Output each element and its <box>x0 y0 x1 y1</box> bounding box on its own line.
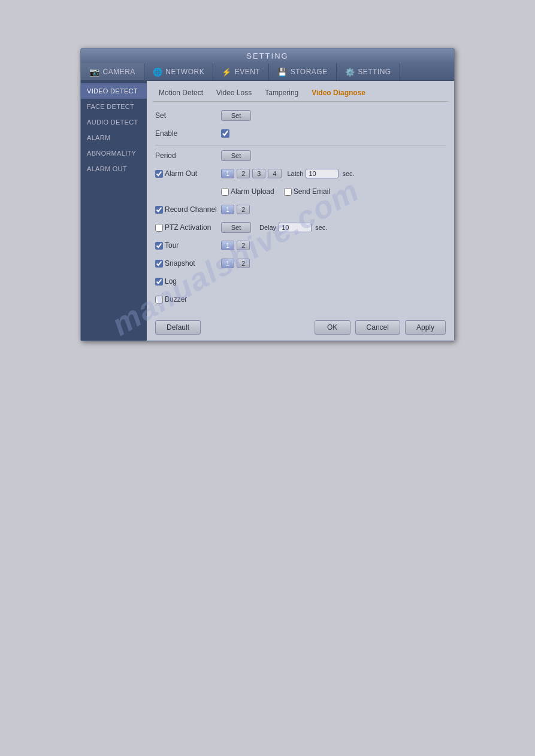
tour-checkbox[interactable] <box>155 242 163 250</box>
window-title: SETTING <box>246 51 288 60</box>
alarm-upload-checkbox[interactable] <box>221 188 229 196</box>
tour-ch1[interactable]: 1 <box>221 241 234 250</box>
nav-camera[interactable]: 📷 CAMERA <box>81 63 144 80</box>
latch-input[interactable] <box>306 169 338 178</box>
title-bar: SETTING <box>81 48 454 63</box>
nav-storage-label: STORAGE <box>291 68 328 76</box>
nav-setting[interactable]: ⚙️ SETTING <box>337 63 400 80</box>
footer-right: OK Cancel Apply <box>315 320 446 335</box>
alarm-out-ch1[interactable]: 1 <box>221 169 234 178</box>
tab-video-loss[interactable]: Video Loss <box>210 87 258 99</box>
apply-button[interactable]: Apply <box>405 320 446 335</box>
sidebar-item-alarm-out[interactable]: ALARM OUT <box>81 161 147 177</box>
setting-window: SETTING 📷 CAMERA 🌐 NETWORK ⚡ EVENT 💾 STO… <box>80 48 455 341</box>
enable-controls <box>221 129 229 138</box>
sidebar-item-alarm[interactable]: ALARM <box>81 130 147 145</box>
record-channel-label: Record Channel <box>155 205 221 214</box>
tour-label: Tour <box>155 241 221 250</box>
set-controls: Set <box>221 110 251 121</box>
snapshot-label: Snapshot <box>155 259 221 268</box>
tab-motion-detect[interactable]: Motion Detect <box>153 87 209 99</box>
enable-checkbox[interactable] <box>221 129 229 138</box>
log-checkbox-label[interactable]: Log <box>155 277 221 286</box>
nav-storage[interactable]: 💾 STORAGE <box>269 63 336 80</box>
set-button[interactable]: Set <box>221 110 251 121</box>
upload-email-row: Alarm Upload Send Email <box>155 185 446 198</box>
nav-bar: 📷 CAMERA 🌐 NETWORK ⚡ EVENT 💾 STORAGE ⚙️ … <box>81 63 454 81</box>
record-ch2[interactable]: 2 <box>237 205 250 214</box>
period-controls: Set <box>221 150 251 161</box>
set-row: Set Set <box>155 109 446 122</box>
log-row: Log <box>155 275 446 288</box>
alarm-out-controls: 1 2 3 4 Latch sec. <box>221 169 355 178</box>
default-button[interactable]: Default <box>155 320 201 335</box>
form-section: Set Set Enable <box>153 108 448 312</box>
snapshot-ch1[interactable]: 1 <box>221 259 234 268</box>
sidebar-face-detect-label: FACE DETECT <box>87 103 134 110</box>
ptz-row: PTZ Activation Set Delay sec. <box>155 221 446 234</box>
sidebar-item-video-detect[interactable]: VIDEO DETECT <box>81 83 147 99</box>
sidebar-abnormality-label: ABNORMALITY <box>87 150 136 157</box>
camera-icon: 📷 <box>89 67 100 77</box>
record-ch1[interactable]: 1 <box>221 205 234 214</box>
event-icon: ⚡ <box>222 68 232 77</box>
ptz-checkbox-label[interactable]: PTZ Activation <box>155 223 221 232</box>
nav-event[interactable]: ⚡ EVENT <box>213 63 269 80</box>
buzzer-checkbox[interactable] <box>155 296 163 303</box>
buzzer-row: Buzzer <box>155 293 446 306</box>
ptz-set-button[interactable]: Set <box>221 222 251 233</box>
main-panel: Motion Detect Video Loss Tampering Video… <box>147 81 454 341</box>
nav-network[interactable]: 🌐 NETWORK <box>144 63 213 80</box>
alarm-out-label: Alarm Out <box>155 169 221 178</box>
tab-tampering[interactable]: Tampering <box>259 87 304 99</box>
alarm-out-ch2[interactable]: 2 <box>237 169 250 178</box>
alarm-out-row: Alarm Out 1 2 3 4 Latch sec. <box>155 167 446 180</box>
delay-label: Delay <box>259 224 276 231</box>
cancel-button[interactable]: Cancel <box>355 320 400 335</box>
period-label: Period <box>155 151 221 160</box>
tour-checkbox-label[interactable]: Tour <box>155 241 221 250</box>
ok-button[interactable]: OK <box>315 320 350 335</box>
alarm-out-checkbox[interactable] <box>155 170 163 178</box>
sidebar-alarm-label: ALARM <box>87 134 110 141</box>
buzzer-checkbox-label[interactable]: Buzzer <box>155 295 221 303</box>
alarm-out-ch4[interactable]: 4 <box>268 169 281 178</box>
network-icon: 🌐 <box>153 68 163 77</box>
set-label: Set <box>155 111 221 120</box>
divider-1 <box>155 145 446 145</box>
ptz-checkbox[interactable] <box>155 224 163 232</box>
alarm-out-ch3[interactable]: 3 <box>252 169 265 178</box>
tour-row: Tour 1 2 <box>155 239 446 252</box>
sidebar-item-face-detect[interactable]: FACE DETECT <box>81 99 147 114</box>
log-checkbox[interactable] <box>155 278 163 286</box>
setting-nav-icon: ⚙️ <box>345 68 355 77</box>
sidebar-alarm-out-label: ALARM OUT <box>87 165 127 172</box>
tour-controls: 1 2 <box>221 241 250 250</box>
alarm-upload-label[interactable]: Alarm Upload <box>221 187 274 196</box>
record-channel-controls: 1 2 <box>221 205 250 214</box>
send-email-checkbox[interactable] <box>284 188 292 196</box>
period-set-button[interactable]: Set <box>221 150 251 161</box>
delay-input[interactable] <box>279 223 312 232</box>
content-area: VIDEO DETECT FACE DETECT AUDIO DETECT AL… <box>81 81 454 341</box>
sidebar: VIDEO DETECT FACE DETECT AUDIO DETECT AL… <box>81 81 147 341</box>
tab-video-diagnose[interactable]: Video Diagnose <box>306 87 371 99</box>
snapshot-checkbox-label[interactable]: Snapshot <box>155 259 221 268</box>
nav-event-label: EVENT <box>235 68 261 76</box>
record-channel-checkbox-label[interactable]: Record Channel <box>155 205 221 214</box>
snapshot-checkbox[interactable] <box>155 260 163 268</box>
latch-sec-label: sec. <box>342 170 354 177</box>
tabs-row: Motion Detect Video Loss Tampering Video… <box>153 87 448 102</box>
tour-ch2[interactable]: 2 <box>237 241 250 250</box>
record-channel-row: Record Channel 1 2 <box>155 203 446 216</box>
alarm-out-checkbox-label[interactable]: Alarm Out <box>155 169 221 178</box>
sidebar-item-abnormality[interactable]: ABNORMALITY <box>81 145 147 161</box>
snapshot-ch2[interactable]: 2 <box>237 259 250 268</box>
ptz-controls: Set Delay sec. <box>221 222 327 233</box>
snapshot-row: Snapshot 1 2 <box>155 257 446 270</box>
sidebar-item-audio-detect[interactable]: AUDIO DETECT <box>81 114 147 130</box>
storage-icon: 💾 <box>277 68 288 77</box>
record-channel-checkbox[interactable] <box>155 206 163 214</box>
nav-setting-label: SETTING <box>358 68 391 76</box>
send-email-label[interactable]: Send Email <box>284 187 330 196</box>
